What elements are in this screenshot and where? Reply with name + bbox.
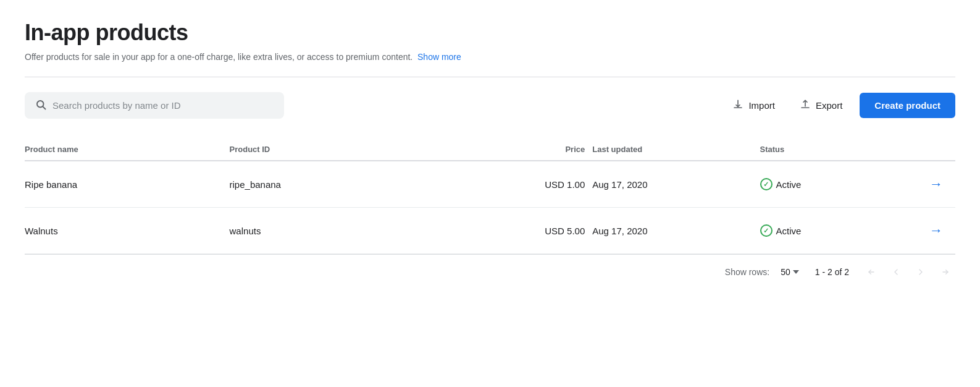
- show-rows-label: Show rows:: [725, 267, 769, 277]
- col-header-id: Product ID: [230, 138, 463, 161]
- last-page-button[interactable]: [936, 265, 955, 279]
- chevron-down-icon: [793, 270, 799, 274]
- search-box: [25, 92, 284, 119]
- product-status: Active: [760, 161, 909, 208]
- create-product-button[interactable]: Create product: [860, 93, 955, 118]
- export-label: Export: [816, 100, 842, 111]
- col-header-name: Product name: [25, 138, 230, 161]
- next-page-button[interactable]: [911, 265, 931, 279]
- status-badge: Active: [760, 178, 802, 190]
- import-label: Import: [748, 100, 775, 111]
- export-icon: [800, 99, 811, 112]
- col-header-arrow: [909, 138, 955, 161]
- col-header-price: Price: [462, 138, 592, 161]
- show-more-link[interactable]: Show more: [417, 52, 461, 62]
- page-title: In-app products: [25, 20, 955, 46]
- product-row-arrow-button[interactable]: →: [924, 220, 948, 241]
- product-row-arrow-cell: →: [909, 208, 955, 254]
- product-name: Walnuts: [25, 208, 230, 254]
- products-table: Product name Product ID Price Last updat…: [25, 138, 955, 254]
- page-range: 1 - 2 of 2: [815, 267, 849, 277]
- product-id: walnuts: [230, 208, 463, 254]
- product-id: ripe_banana: [230, 161, 463, 208]
- export-button[interactable]: Export: [792, 94, 850, 117]
- table-row: Ripe banana ripe_banana USD 1.00 Aug 17,…: [25, 161, 955, 208]
- active-check-icon: [760, 178, 773, 190]
- first-page-button[interactable]: [861, 265, 881, 279]
- table-row: Walnuts walnuts USD 5.00 Aug 17, 2020 Ac…: [25, 208, 955, 254]
- product-updated: Aug 17, 2020: [592, 161, 760, 208]
- table-header-row: Product name Product ID Price Last updat…: [25, 138, 955, 161]
- product-name: Ripe banana: [25, 161, 230, 208]
- status-label: Active: [776, 226, 802, 236]
- search-input[interactable]: [52, 100, 274, 111]
- import-icon: [732, 99, 743, 112]
- col-header-status: Status: [760, 138, 909, 161]
- rows-per-page-selector[interactable]: 50: [777, 265, 803, 279]
- header-divider: [25, 77, 955, 77]
- status-badge: Active: [760, 224, 802, 237]
- search-icon: [35, 99, 46, 112]
- product-price: USD 5.00: [462, 208, 592, 254]
- product-status: Active: [760, 208, 909, 254]
- toolbar: Import Export Create product: [25, 92, 955, 119]
- rows-per-page-value: 50: [781, 267, 790, 277]
- col-header-updated: Last updated: [592, 138, 760, 161]
- prev-page-button[interactable]: [886, 265, 906, 279]
- product-updated: Aug 17, 2020: [592, 208, 760, 254]
- pagination-bar: Show rows: 50 1 - 2 of 2: [25, 254, 955, 282]
- product-row-arrow-cell: →: [909, 161, 955, 208]
- product-row-arrow-button[interactable]: →: [924, 174, 948, 195]
- active-check-icon: [760, 224, 773, 237]
- svg-line-1: [43, 106, 45, 109]
- subtitle-text: Offer products for sale in your app for …: [25, 52, 413, 62]
- import-button[interactable]: Import: [725, 94, 782, 117]
- product-price: USD 1.00: [462, 161, 592, 208]
- page-subtitle: Offer products for sale in your app for …: [25, 52, 955, 62]
- status-label: Active: [776, 179, 802, 190]
